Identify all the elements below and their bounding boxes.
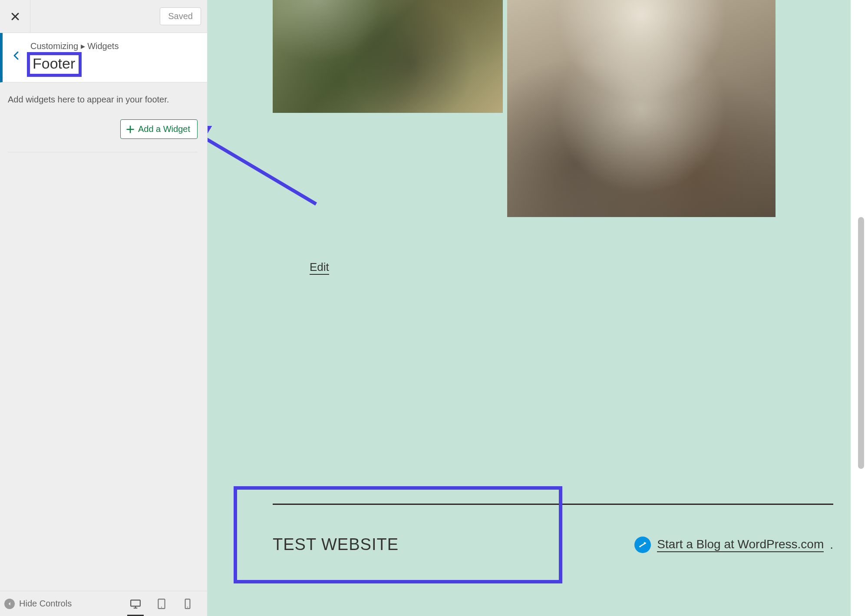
plus-icon — [126, 125, 135, 134]
preview-pane: Edit TEST WEBSITE Start a Blog at WordPr… — [208, 0, 868, 616]
annotation-footer-highlight — [234, 486, 562, 583]
close-button[interactable] — [0, 0, 30, 33]
sidebar-top-bar: Saved — [0, 0, 207, 33]
collapse-icon — [4, 599, 15, 609]
chevron-left-icon — [11, 50, 22, 61]
device-tablet-button[interactable] — [155, 595, 168, 613]
svg-point-4 — [187, 606, 188, 607]
device-mobile-button[interactable] — [181, 595, 194, 613]
tablet-icon — [156, 598, 167, 609]
wordpress-badge-icon — [634, 537, 651, 553]
saved-button[interactable]: Saved — [160, 7, 201, 25]
hide-controls-button[interactable]: Hide Controls — [4, 599, 72, 609]
section-title: Footer — [33, 55, 75, 72]
back-button[interactable] — [3, 33, 30, 61]
bottom-bar: Hide Controls — [0, 591, 207, 616]
customizer-sidebar: Saved Customizing ▸ Widgets Footer Add w… — [0, 0, 208, 616]
edit-link[interactable]: Edit — [310, 260, 329, 275]
svg-point-2 — [161, 606, 162, 607]
svg-rect-0 — [131, 600, 140, 606]
annotation-title-highlight: Footer — [27, 52, 82, 77]
preview-scrollbar[interactable] — [851, 0, 868, 616]
preview-image-1 — [273, 0, 503, 113]
desktop-icon — [130, 598, 141, 609]
hide-controls-label: Hide Controls — [19, 599, 72, 609]
sidebar-header: Customizing ▸ Widgets Footer — [0, 33, 207, 82]
wordpress-link[interactable]: Start a Blog at WordPress.com — [657, 537, 824, 552]
scrollbar-thumb[interactable] — [858, 217, 864, 469]
preview-gallery — [273, 0, 776, 217]
device-desktop-button[interactable] — [129, 595, 142, 613]
breadcrumb: Customizing ▸ Widgets — [30, 41, 207, 51]
device-preview-toggles — [129, 595, 194, 613]
add-widget-label: Add a Widget — [138, 124, 190, 134]
preview-image-2 — [507, 0, 776, 217]
sidebar-body: Add widgets here to appear in your foote… — [0, 82, 207, 616]
svg-point-5 — [640, 546, 641, 547]
wordpress-link-suffix: . — [830, 538, 833, 552]
add-widget-button[interactable]: Add a Widget — [120, 119, 198, 139]
mobile-icon — [182, 598, 193, 609]
helper-text: Add widgets here to appear in your foote… — [8, 95, 199, 105]
close-icon — [10, 11, 20, 22]
